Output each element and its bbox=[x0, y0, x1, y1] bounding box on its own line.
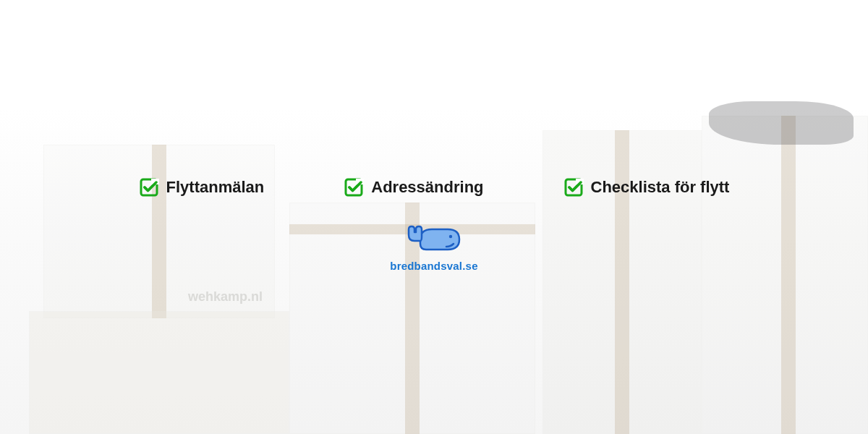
checkmark-icon bbox=[344, 177, 364, 197]
main-content: Flyttanmälan Adressändring bbox=[0, 0, 868, 434]
feature-label: Adressändring bbox=[371, 178, 483, 197]
checkmark-icon bbox=[139, 177, 159, 197]
feature-item-checklista: Checklista för flytt bbox=[563, 177, 730, 197]
feature-row: Flyttanmälan Adressändring bbox=[139, 177, 730, 197]
whale-icon bbox=[406, 219, 462, 255]
svg-point-6 bbox=[449, 234, 452, 237]
checkmark-icon bbox=[563, 177, 584, 197]
feature-label: Checklista för flytt bbox=[591, 178, 730, 197]
feature-label: Flyttanmälan bbox=[166, 178, 265, 197]
brand-logo: bredbandsval.se bbox=[390, 219, 477, 272]
logo-text: bredbandsval.se bbox=[390, 260, 477, 272]
feature-item-flyttanmalan: Flyttanmälan bbox=[139, 177, 265, 197]
feature-item-adressandring: Adressändring bbox=[344, 177, 483, 197]
